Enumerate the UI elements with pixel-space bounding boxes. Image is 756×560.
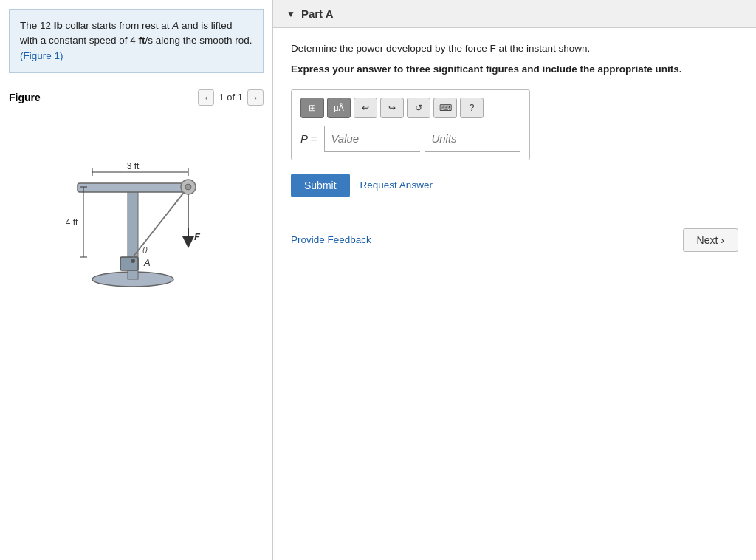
answer-instruction: Express your answer to three significant…	[291, 62, 738, 77]
part-header: ▼ Part A	[273, 0, 756, 28]
figure-header: Figure ‹ 1 of 1 ›	[9, 89, 264, 106]
svg-rect-2	[78, 183, 192, 192]
question-text: Determine the power developed by the for…	[291, 41, 738, 56]
next-button-label: Next	[697, 234, 718, 246]
figure-prev-button[interactable]: ‹	[198, 89, 214, 106]
svg-text:4 ft: 4 ft	[65, 217, 78, 228]
units-input[interactable]	[425, 126, 520, 152]
figure-page-indicator: 1 of 1	[219, 92, 243, 103]
mu-button[interactable]: μÅ	[327, 98, 351, 118]
redo-button[interactable]: ↪	[380, 98, 404, 118]
math-input-box: ⊞ μÅ ↩ ↪ ↺ ⌨ ? P =	[291, 89, 530, 160]
svg-point-12	[185, 184, 191, 190]
refresh-button[interactable]: ↺	[407, 98, 430, 118]
figure-next-button[interactable]: ›	[247, 89, 264, 106]
collapse-arrow-icon[interactable]: ▼	[286, 9, 295, 19]
request-answer-link[interactable]: Request Answer	[360, 180, 433, 191]
figure-section: Figure ‹ 1 of 1 › 3 ft	[0, 82, 272, 560]
svg-point-8	[131, 259, 135, 263]
next-chevron-icon: ›	[721, 234, 724, 246]
part-content: Determine the power developed by the for…	[273, 28, 756, 211]
math-input-row: P =	[300, 126, 520, 152]
svg-text:A: A	[143, 257, 151, 268]
part-label: Part A	[301, 7, 334, 20]
right-panel: ▼ Part A Determine the power developed b…	[273, 0, 756, 560]
svg-rect-7	[120, 257, 138, 270]
figure-link[interactable]: (Figure 1)	[20, 50, 63, 61]
submit-button[interactable]: Submit	[291, 174, 350, 197]
next-button[interactable]: Next ›	[683, 228, 738, 252]
math-toolbar: ⊞ μÅ ↩ ↪ ↺ ⌨ ?	[300, 98, 520, 118]
bottom-row: Provide Feedback Next ›	[273, 216, 756, 264]
figure-title: Figure	[9, 92, 41, 103]
p-equals-label: P =	[300, 132, 317, 145]
left-panel: The 12 lb collar starts from rest at A a…	[0, 0, 273, 560]
matrix-button[interactable]: ⊞	[300, 98, 324, 118]
svg-text:F: F	[194, 231, 201, 242]
svg-line-10	[133, 187, 188, 257]
help-button[interactable]: ?	[460, 98, 484, 118]
provide-feedback-link[interactable]: Provide Feedback	[291, 234, 371, 245]
svg-text:θ: θ	[142, 245, 148, 256]
svg-text:3 ft: 3 ft	[126, 161, 139, 171]
action-row: Submit Request Answer	[291, 174, 738, 197]
figure-svg: 3 ft A F θ	[18, 113, 255, 290]
undo-button[interactable]: ↩	[354, 98, 377, 118]
figure-navigation: ‹ 1 of 1 ›	[198, 89, 264, 106]
keyboard-button[interactable]: ⌨	[433, 98, 457, 118]
value-input[interactable]	[324, 126, 420, 152]
figure-image: 3 ft A F θ	[9, 113, 264, 290]
problem-statement: The 12 lb collar starts from rest at A a…	[9, 9, 264, 73]
